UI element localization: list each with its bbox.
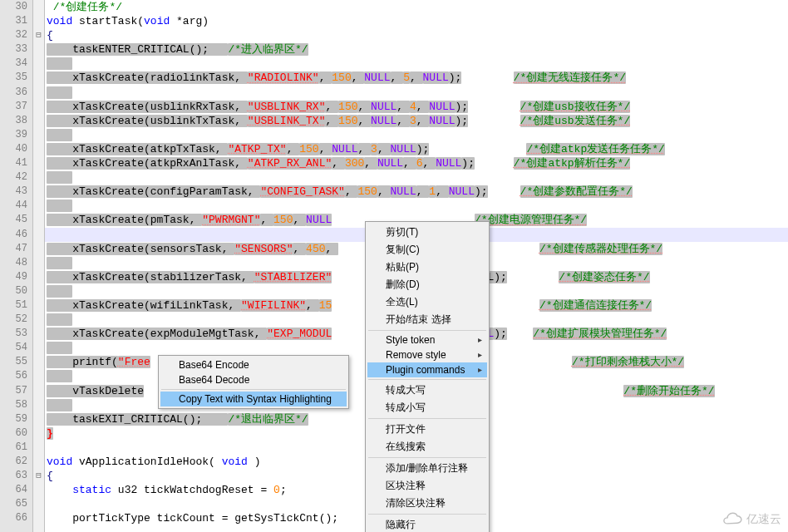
- context-submenu-plugin-commands[interactable]: Base64 EncodeBase64 DecodeCopy Text with…: [158, 355, 349, 409]
- line-number: 52: [0, 313, 27, 327]
- fold-marker: [33, 426, 44, 441]
- menu-item-label: 粘贴(P): [386, 261, 419, 273]
- menu-item-label: 删除(D): [386, 278, 420, 290]
- menu-item-label: 全选(L): [386, 296, 418, 308]
- code-line[interactable]: xTaskCreate(radiolinkTask, "RADIOLINK", …: [45, 71, 788, 85]
- menu-item[interactable]: 隐藏行: [367, 516, 487, 532]
- menu-item[interactable]: 在线搜索: [367, 438, 487, 456]
- menu-item[interactable]: Plugin commands▸: [367, 362, 487, 377]
- menu-item[interactable]: 全选(L): [367, 293, 487, 311]
- menu-item-label: 转成小写: [386, 401, 426, 413]
- context-menu[interactable]: 剪切(T)复制(C)粘贴(P)删除(D)全选(L)开始/结束 选择Style t…: [365, 221, 490, 532]
- menu-item[interactable]: 剪切(T): [367, 224, 487, 241]
- menu-item[interactable]: 粘贴(P): [367, 259, 487, 276]
- fold-marker: [33, 369, 44, 383]
- fold-marker: [33, 341, 44, 355]
- menu-item[interactable]: Remove style▸: [367, 347, 487, 362]
- menu-separator: [368, 514, 486, 515]
- menu-item-label: Style token: [386, 334, 435, 346]
- menu-item[interactable]: Base64 Decode: [160, 372, 347, 387]
- menu-item[interactable]: 区块注释: [367, 477, 487, 495]
- code-line[interactable]: [45, 170, 788, 185]
- menu-item-label: Base64 Decode: [179, 374, 249, 386]
- fold-marker: [33, 483, 44, 497]
- menu-separator: [368, 379, 486, 380]
- fold-marker: [33, 199, 44, 213]
- menu-item-label: Copy Text with Syntax Highlighting: [179, 393, 332, 405]
- code-line[interactable]: [45, 128, 788, 142]
- menu-item[interactable]: 添加/删除单行注释: [367, 460, 487, 477]
- line-number: 31: [0, 14, 27, 28]
- menu-item-label: 隐藏行: [386, 519, 416, 530]
- code-line[interactable]: /*创建任务*/: [45, 0, 788, 14]
- code-line[interactable]: xTaskCreate(atkpTxTask, "ATKP_TX", 150, …: [45, 142, 788, 156]
- code-line[interactable]: xTaskCreate(configParamTask, "CONFIG_TAS…: [45, 185, 788, 199]
- line-number: 51: [0, 298, 27, 313]
- fold-marker: [33, 511, 44, 525]
- fold-marker: [33, 86, 44, 100]
- line-number: 43: [0, 185, 27, 199]
- line-number: 49: [0, 270, 27, 284]
- fold-marker: [33, 156, 44, 170]
- fold-marker: [33, 128, 44, 142]
- line-number: 63: [0, 469, 27, 483]
- menu-item[interactable]: Copy Text with Syntax Highlighting: [160, 392, 347, 406]
- fold-marker: [33, 284, 44, 298]
- line-number: 59: [0, 412, 27, 426]
- line-number: 42: [0, 170, 27, 185]
- code-line[interactable]: taskENTER_CRITICAL(); /*进入临界区*/: [45, 42, 788, 57]
- fold-column[interactable]: ⊟⊟: [33, 0, 45, 532]
- fold-marker: [33, 114, 44, 128]
- line-number: 61: [0, 441, 27, 455]
- line-number: 65: [0, 497, 27, 511]
- fold-marker: [33, 185, 44, 199]
- line-number: 30: [0, 0, 27, 14]
- line-number: 54: [0, 341, 27, 355]
- line-number: 37: [0, 100, 27, 114]
- fold-marker: [33, 398, 44, 412]
- menu-item[interactable]: 转成小写: [367, 399, 487, 416]
- menu-item[interactable]: 打开文件: [367, 421, 487, 438]
- fold-marker: [33, 355, 44, 369]
- fold-marker: [33, 412, 44, 426]
- menu-item-label: 打开文件: [386, 423, 426, 435]
- menu-item[interactable]: Base64 Encode: [160, 357, 347, 372]
- menu-item-label: 在线搜索: [386, 441, 426, 452]
- submenu-arrow-icon: ▸: [478, 365, 482, 374]
- code-line[interactable]: void startTask(void *arg): [45, 14, 788, 28]
- fold-marker[interactable]: ⊟: [33, 469, 44, 483]
- menu-item[interactable]: Style token▸: [367, 332, 487, 347]
- fold-marker: [33, 14, 44, 28]
- line-number-gutter: 3031323334353637383940414243444546474849…: [0, 0, 33, 532]
- menu-item[interactable]: 清除区块注释: [367, 495, 487, 512]
- line-number: 64: [0, 483, 27, 497]
- line-number: 53: [0, 327, 27, 341]
- line-number: 47: [0, 242, 27, 256]
- line-number: 41: [0, 156, 27, 170]
- watermark: 亿速云: [720, 512, 781, 527]
- fold-marker: [33, 228, 44, 242]
- menu-item[interactable]: 复制(C): [367, 241, 487, 259]
- fold-marker: [33, 100, 44, 114]
- fold-marker: [33, 170, 44, 185]
- submenu-arrow-icon: ▸: [478, 335, 482, 344]
- fold-marker[interactable]: ⊟: [33, 28, 44, 42]
- menu-separator: [368, 418, 486, 419]
- code-line[interactable]: [45, 199, 788, 213]
- code-line[interactable]: {: [45, 28, 788, 42]
- fold-marker: [33, 71, 44, 85]
- menu-item[interactable]: 转成大写: [367, 382, 487, 399]
- line-number: 48: [0, 256, 27, 270]
- code-line[interactable]: xTaskCreate(atkpRxAnlTask, "ATKP_RX_ANL"…: [45, 156, 788, 170]
- fold-marker: [33, 270, 44, 284]
- menu-item-label: 清除区块注释: [386, 497, 446, 509]
- menu-item[interactable]: 开始/结束 选择: [367, 311, 487, 328]
- code-line[interactable]: xTaskCreate(usblinkRxTask, "USBLINK_RX",…: [45, 100, 788, 114]
- fold-marker: [33, 57, 44, 71]
- line-number: 32: [0, 28, 27, 42]
- menu-item[interactable]: 删除(D): [367, 276, 487, 293]
- menu-item-label: 转成大写: [386, 384, 426, 396]
- code-line[interactable]: xTaskCreate(usblinkTxTask, "USBLINK_TX",…: [45, 114, 788, 128]
- code-line[interactable]: [45, 57, 788, 71]
- code-line[interactable]: [45, 86, 788, 100]
